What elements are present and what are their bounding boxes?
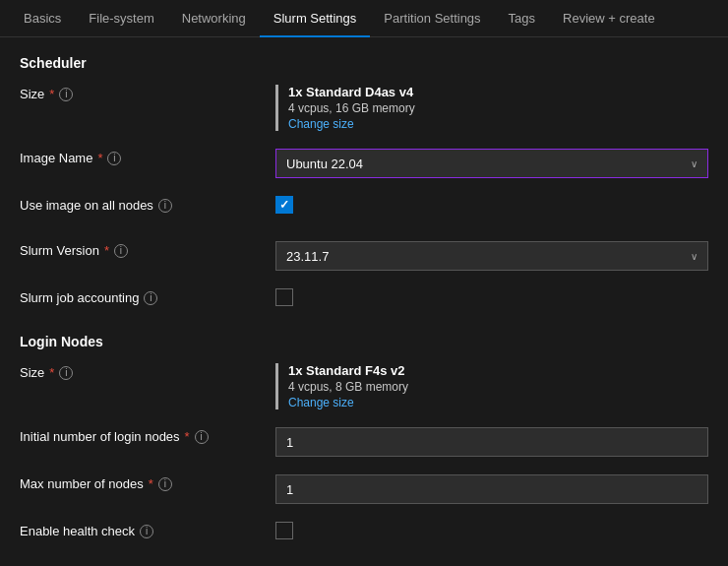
nav-tabs: Basics File-system Networking Slurm Sett… (0, 0, 728, 37)
login-health-check-info-icon[interactable]: i (140, 525, 153, 538)
tab-basics[interactable]: Basics (10, 0, 75, 37)
scheduler-image-dropdown[interactable]: Ubuntu 22.04 ∨ (275, 149, 708, 178)
scheduler-slurm-version-info-icon[interactable]: i (114, 244, 128, 258)
scheduler-image-label: Image Name * i (20, 149, 275, 165)
scheduler-use-image-label-text: Use image on all nodes (20, 198, 153, 213)
scheduler-image-chevron-icon: ∨ (691, 158, 698, 169)
scheduler-use-image-info-icon[interactable]: i (158, 199, 172, 213)
scheduler-slurm-version-chevron-icon: ∨ (691, 251, 698, 262)
scheduler-size-info-icon[interactable]: i (59, 88, 73, 101)
login-initial-nodes-label-text: Initial number of login nodes (20, 429, 180, 444)
scheduler-slurm-version-dropdown-container: 23.11.7 ∨ (275, 241, 708, 271)
scheduler-accounting-row: Slurm job accounting i (20, 288, 708, 316)
login-health-check-label-text: Enable health check (20, 524, 135, 538)
login-max-nodes-input-container (275, 474, 708, 504)
login-size-detail: 4 vcpus, 8 GB memory (288, 380, 708, 394)
tab-filesystem[interactable]: File-system (75, 0, 167, 37)
scheduler-size-detail: 4 vcpus, 16 GB memory (288, 101, 708, 115)
scheduler-accounting-info-icon[interactable]: i (144, 291, 157, 305)
scheduler-slurm-version-required: * (104, 243, 109, 258)
login-max-nodes-input[interactable] (275, 474, 708, 504)
scheduler-accounting-checkbox[interactable] (275, 288, 293, 306)
login-size-label-text: Size (20, 365, 44, 380)
scheduler-image-dropdown-value: Ubuntu 22.04 (286, 157, 363, 171)
login-max-nodes-label-text: Max number of nodes (20, 476, 144, 491)
scheduler-size-row: Size * i 1x Standard D4as v4 4 vcpus, 16… (20, 85, 708, 131)
scheduler-slurm-version-label-text: Slurm Version (20, 243, 99, 258)
login-health-check-label: Enable health check i (20, 522, 275, 538)
login-nodes-section: Login Nodes Size * i 1x Standard F4s v2 … (20, 334, 708, 549)
login-size-label: Size * i (20, 363, 275, 380)
scheduler-use-image-row: Use image on all nodes i (20, 196, 708, 223)
scheduler-slurm-version-row: Slurm Version * i 23.11.7 ∨ (20, 241, 708, 271)
tab-review-create[interactable]: Review + create (549, 0, 669, 37)
tab-networking[interactable]: Networking (168, 0, 260, 37)
scheduler-image-info-icon[interactable]: i (107, 152, 121, 165)
scheduler-use-image-checkbox-container (275, 196, 708, 214)
scheduler-size-label-text: Size (20, 87, 44, 101)
scheduler-slurm-version-dropdown-value: 23.11.7 (286, 249, 329, 264)
scheduler-size-value: 1x Standard D4as v4 4 vcpus, 16 GB memor… (275, 85, 708, 131)
login-size-row: Size * i 1x Standard F4s v2 4 vcpus, 8 G… (20, 363, 708, 409)
scheduler-image-dropdown-container: Ubuntu 22.04 ∨ (275, 149, 708, 178)
scheduler-change-size-link[interactable]: Change size (288, 117, 708, 131)
login-initial-nodes-info-icon[interactable]: i (195, 430, 209, 444)
login-size-value: 1x Standard F4s v2 4 vcpus, 8 GB memory … (275, 363, 708, 409)
scheduler-size-required: * (49, 87, 54, 101)
scheduler-accounting-label-text: Slurm job accounting (20, 290, 139, 305)
scheduler-size-block: 1x Standard D4as v4 4 vcpus, 16 GB memor… (275, 85, 708, 131)
scheduler-size-label: Size * i (20, 85, 275, 101)
login-size-block: 1x Standard F4s v2 4 vcpus, 8 GB memory … (275, 363, 708, 409)
login-max-nodes-info-icon[interactable]: i (158, 477, 172, 491)
tab-partition-settings[interactable]: Partition Settings (370, 0, 494, 37)
login-initial-nodes-label: Initial number of login nodes * i (20, 427, 275, 444)
scheduler-image-row: Image Name * i Ubuntu 22.04 ∨ (20, 149, 708, 178)
scheduler-use-image-checkbox[interactable] (275, 196, 293, 214)
login-health-check-checkbox[interactable] (275, 522, 293, 539)
login-initial-nodes-row: Initial number of login nodes * i (20, 427, 708, 457)
scheduler-use-image-label: Use image on all nodes i (20, 196, 275, 213)
login-initial-nodes-required: * (185, 429, 190, 444)
login-nodes-title: Login Nodes (20, 334, 708, 349)
scheduler-slurm-version-dropdown[interactable]: 23.11.7 ∨ (275, 241, 708, 271)
login-size-info-icon[interactable]: i (59, 366, 73, 380)
scheduler-slurm-version-label: Slurm Version * i (20, 241, 275, 258)
scheduler-title: Scheduler (20, 55, 708, 71)
scheduler-image-label-text: Image Name (20, 151, 92, 165)
scheduler-image-required: * (97, 151, 102, 165)
tab-slurm-settings[interactable]: Slurm Settings (260, 0, 371, 37)
login-initial-nodes-input[interactable] (275, 427, 708, 457)
scheduler-accounting-checkbox-container (275, 288, 708, 306)
login-max-nodes-label: Max number of nodes * i (20, 474, 275, 491)
login-max-nodes-required: * (149, 476, 153, 491)
login-size-required: * (49, 365, 54, 380)
scheduler-accounting-label: Slurm job accounting i (20, 288, 275, 305)
main-content: Scheduler Size * i 1x Standard D4as v4 4… (0, 37, 728, 566)
login-initial-nodes-input-container (275, 427, 708, 457)
login-health-check-row: Enable health check i (20, 522, 708, 549)
scheduler-size-name: 1x Standard D4as v4 (288, 85, 708, 99)
scheduler-section: Scheduler Size * i 1x Standard D4as v4 4… (20, 55, 708, 316)
tab-tags[interactable]: Tags (495, 0, 549, 37)
login-max-nodes-row: Max number of nodes * i (20, 474, 708, 504)
login-change-size-link[interactable]: Change size (288, 396, 708, 409)
login-health-check-checkbox-container (275, 522, 708, 539)
login-size-name: 1x Standard F4s v2 (288, 363, 708, 378)
